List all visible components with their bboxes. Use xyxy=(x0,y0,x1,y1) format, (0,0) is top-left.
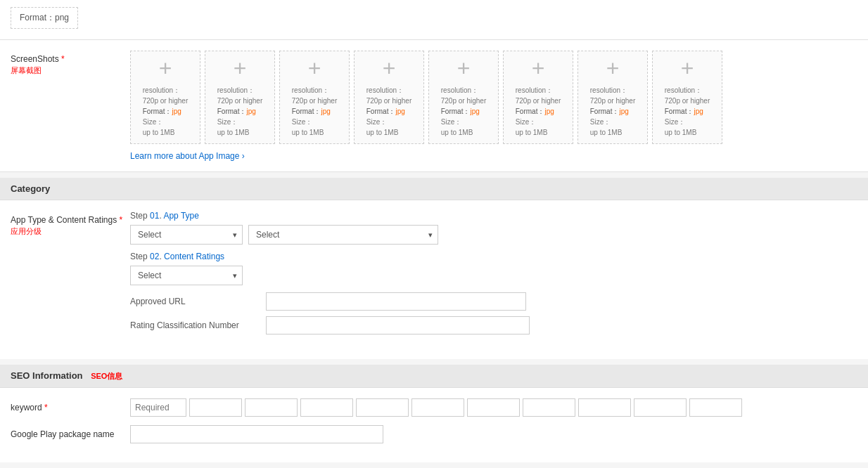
keyword-input-8[interactable] xyxy=(523,398,575,417)
format-label: Format：png xyxy=(20,13,69,22)
add-icon-7: + xyxy=(606,57,620,79)
step2-label: Step 02. Content Ratings xyxy=(130,252,857,261)
slot-info-7: resolution： 720p or higher Format：jpg Si… xyxy=(590,85,636,138)
add-icon-5: + xyxy=(457,57,471,79)
size-value-6: up to 1MB xyxy=(516,129,548,136)
resolution-value-7: 720p or higher xyxy=(590,97,636,105)
resolution-value-3: 720p or higher xyxy=(292,97,338,105)
format-label-1: Format： xyxy=(143,108,172,115)
resolution-label-4: resolution： xyxy=(366,86,404,94)
keyword-input-4[interactable] xyxy=(300,398,353,417)
resolution-label-2: resolution： xyxy=(217,86,255,94)
google-play-controls xyxy=(130,425,857,443)
keyword-form-row: keyword * xyxy=(11,398,857,417)
keyword-input-6[interactable] xyxy=(411,398,464,417)
size-value-5: up to 1MB xyxy=(441,129,473,136)
format-label-2: Format： xyxy=(217,108,247,115)
app-type-content-ratings-row: App Type & Content Ratings * 应用分级 Step 0… xyxy=(11,211,857,340)
resolution-label-6: resolution： xyxy=(516,86,553,94)
screenshots-section: ScreenShots * 屏幕截图 + resolution： 720p or… xyxy=(0,40,868,172)
approved-url-input[interactable] xyxy=(266,292,526,311)
step1-label: Step 01. App Type xyxy=(130,211,857,221)
resolution-value-8: 720p or higher xyxy=(665,97,710,105)
size-value-1: up to 1MB xyxy=(143,129,175,136)
screenshots-label-text: ScreenShots xyxy=(11,54,59,64)
screenshots-required-marker: * xyxy=(59,54,65,64)
slot-info-8: resolution： 720p or higher Format：jpg Si… xyxy=(665,85,710,138)
format-value-6: jpg xyxy=(544,108,554,115)
slot-info-2: resolution： 720p or higher Format：jpg Si… xyxy=(217,85,263,138)
keyword-input-2[interactable] xyxy=(189,398,242,417)
keyword-label-text: keyword xyxy=(11,403,42,412)
add-icon-2: + xyxy=(234,57,247,79)
screenshot-slot-1[interactable]: + resolution： 720p or higher Format：jpg … xyxy=(130,51,200,144)
screenshot-slot-4[interactable]: + resolution： 720p or higher Format：jpg … xyxy=(354,51,424,144)
size-value-3: up to 1MB xyxy=(292,129,324,136)
learn-more-link[interactable]: Learn more about App Image › xyxy=(130,151,245,161)
seo-section-header: SEO Information SEO信息 xyxy=(0,365,868,388)
seo-section: SEO Information SEO信息 keyword * xyxy=(0,365,868,462)
step2-text: Step 02. Content Ratings xyxy=(130,252,224,261)
step1-num: 01 xyxy=(150,211,159,221)
seo-cn-label: SEO信息 xyxy=(91,372,122,380)
resolution-value-2: 720p or higher xyxy=(217,97,263,105)
screenshot-slot-8[interactable]: + resolution： 720p or higher Format：jpg … xyxy=(652,51,722,144)
keyword-field-label: keyword * xyxy=(11,398,130,412)
screenshot-slot-7[interactable]: + resolution： 720p or higher Format：jpg … xyxy=(577,51,648,144)
step1-text: Step 01. App Type xyxy=(130,211,199,221)
app-type-field-label: App Type & Content Ratings * 应用分级 xyxy=(11,211,130,237)
screenshots-row: ScreenShots * 屏幕截图 + resolution： 720p or… xyxy=(11,51,857,144)
slot-info-4: resolution： 720p or higher Format：jpg Si… xyxy=(366,85,412,138)
size-label-2: Size： xyxy=(217,118,238,126)
screenshot-slot-6[interactable]: + resolution： 720p or higher Format：jpg … xyxy=(503,51,573,144)
page-wrapper: Format：png ScreenShots * 屏幕截图 + resoluti… xyxy=(0,0,868,462)
keyword-input-7[interactable] xyxy=(467,398,520,417)
step1-select-row: Select Select xyxy=(130,225,857,245)
size-label-3: Size： xyxy=(292,118,312,126)
keyword-input-9[interactable] xyxy=(578,398,631,417)
category-section-header: Category xyxy=(0,178,868,200)
content-ratings-select[interactable]: Select xyxy=(130,266,243,285)
resolution-value-1: 720p or higher xyxy=(143,97,189,105)
size-label-6: Size： xyxy=(516,118,536,126)
google-play-label-text: Google Play package name xyxy=(11,429,114,439)
format-value-1: jpg xyxy=(172,108,181,115)
format-value-2: jpg xyxy=(246,108,255,115)
size-label-8: Size： xyxy=(665,118,685,126)
step2-select-row: Select xyxy=(130,266,857,285)
screenshot-slot-5[interactable]: + resolution： 720p or higher Format：jpg … xyxy=(428,51,499,144)
format-label-6: Format： xyxy=(516,108,545,115)
rating-classification-row: Rating Classification Number xyxy=(130,316,857,334)
google-play-input[interactable] xyxy=(130,425,383,443)
resolution-label-8: resolution： xyxy=(665,86,702,94)
add-icon-6: + xyxy=(532,57,545,79)
add-icon-1: + xyxy=(159,57,172,79)
size-label-1: Size： xyxy=(143,118,163,126)
step1-title: App Type xyxy=(163,211,198,221)
step2-num: 02 xyxy=(150,252,159,261)
rating-classification-label: Rating Classification Number xyxy=(130,320,260,330)
google-play-field-label: Google Play package name xyxy=(11,425,130,439)
resolution-value-5: 720p or higher xyxy=(441,97,487,105)
app-type-required-marker: * xyxy=(117,215,122,225)
screenshot-slot-3[interactable]: + resolution： 720p or higher Format：jpg … xyxy=(279,51,350,144)
keyword-input-5[interactable] xyxy=(356,398,409,417)
content-ratings-select-wrapper: Select xyxy=(130,266,243,285)
app-type-controls: Step 01. App Type Select Select xyxy=(130,211,857,340)
screenshot-slot-2[interactable]: + resolution： 720p or higher Format：jpg … xyxy=(205,51,275,144)
keyword-input-11[interactable] xyxy=(689,398,742,417)
app-type-select1-wrapper: Select xyxy=(130,225,243,245)
add-icon-3: + xyxy=(308,57,321,79)
size-value-8: up to 1MB xyxy=(665,129,697,136)
keyword-input-required[interactable] xyxy=(130,398,186,417)
keyword-input-10[interactable] xyxy=(634,398,687,417)
app-type-select1[interactable]: Select xyxy=(130,225,243,245)
size-label-7: Size： xyxy=(590,118,611,126)
slot-info-1: resolution： 720p or higher Format：jpg Si… xyxy=(143,85,189,138)
app-type-select2[interactable]: Select xyxy=(248,225,438,245)
format-label-4: Format： xyxy=(366,108,396,115)
approved-url-label: Approved URL xyxy=(130,297,260,306)
rating-classification-input[interactable] xyxy=(266,316,530,334)
seo-section-body: keyword * xyxy=(0,388,868,462)
keyword-input-3[interactable] xyxy=(245,398,298,417)
